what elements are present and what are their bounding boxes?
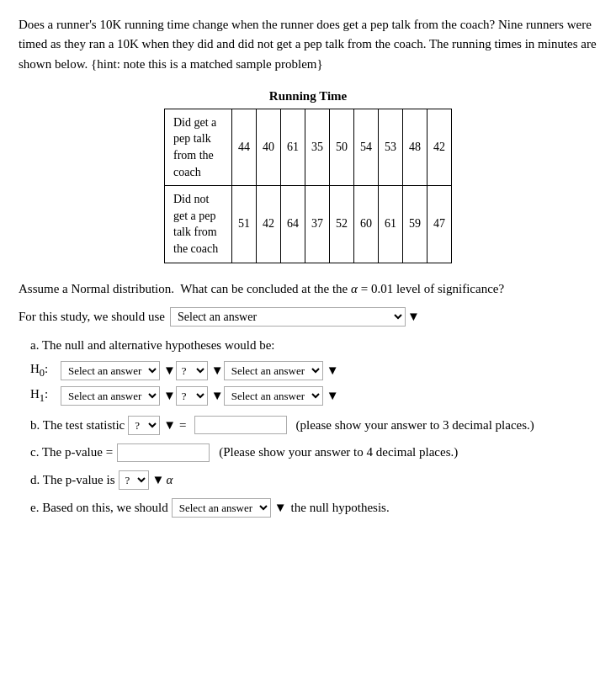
b-stat-select[interactable]: ? t z F χ²	[128, 416, 160, 435]
e-row: e. Based on this, we should Select an an…	[30, 496, 597, 520]
answers-section: b. The test statistic ? t z F χ² ▼ = (pl…	[19, 414, 597, 520]
h1-select2[interactable]: Select an answer 0 μd μ1 μ2	[224, 386, 323, 406]
h1-label: H1:	[30, 387, 57, 405]
row2-val-4: 37	[305, 186, 330, 263]
h1-select1[interactable]: Select an answer μd μ1 μ2 p	[61, 386, 160, 406]
d-compare-arrow: ▼	[152, 469, 165, 492]
c-label: c. The p-value =	[30, 441, 113, 465]
row1-val-8: 48	[403, 109, 427, 185]
c-note: (Please show your answer to 4 decimal pl…	[219, 441, 458, 465]
table-section: Running Time Did get a pep talk from the…	[19, 89, 597, 263]
row2-val-6: 60	[354, 186, 379, 263]
row2-val-1: 51	[232, 186, 257, 263]
h0-select1-arrow: ▼	[163, 364, 176, 378]
study-row: For this study, we should use Select an …	[19, 307, 597, 327]
row1-label: Did get a pep talk from the coach	[165, 109, 232, 185]
h0-row: H0: Select an answer μd μ1 μ2 p ▼ ? = ≠ …	[30, 361, 597, 380]
row1-val-9: 42	[427, 109, 452, 185]
d-label: d. The p-value is	[30, 469, 115, 492]
row2-label: Did not get a pep talk from the coach	[165, 186, 232, 263]
e-select-arrow: ▼	[274, 496, 287, 520]
hypotheses-title: a. The null and alternative hypotheses w…	[30, 338, 597, 353]
table-row-2: Did not get a pep talk from the coach 51…	[165, 186, 452, 263]
h1-q-select[interactable]: ? = ≠ < > ≤ ≥	[176, 386, 208, 406]
study-select[interactable]: Select an answer paired samples t-test i…	[170, 307, 406, 327]
h0-q-arrow: ▼	[211, 364, 224, 378]
d-compare-select[interactable]: ? < > = ≤ ≥	[119, 470, 149, 490]
c-value-input[interactable]	[117, 443, 210, 462]
row2-val-9: 47	[427, 186, 452, 263]
study-label: For this study, we should use	[19, 310, 165, 324]
row1-val-4: 35	[305, 109, 330, 185]
e-label: e. Based on this, we should	[30, 496, 168, 520]
row2-val-8: 59	[403, 186, 427, 263]
h1-select1-arrow: ▼	[163, 389, 176, 403]
hypotheses-section: a. The null and alternative hypotheses w…	[19, 338, 597, 406]
row2-val-3: 64	[281, 186, 305, 263]
d-alpha: α	[166, 469, 173, 492]
d-row: d. The p-value is ? < > = ≤ ≥ ▼ α	[30, 469, 597, 492]
b-note: (please show your answer to 3 decimal pl…	[296, 414, 534, 438]
h1-select2-arrow: ▼	[327, 389, 339, 403]
row2-val-7: 61	[379, 186, 403, 263]
h1-row: H1: Select an answer μd μ1 μ2 p ▼ ? = ≠ …	[30, 386, 597, 406]
row1-val-1: 44	[232, 109, 257, 185]
row2-val-5: 52	[330, 186, 354, 263]
b-label: b. The test statistic	[30, 414, 125, 438]
study-arrow: ▼	[407, 310, 420, 324]
row1-val-5: 50	[330, 109, 354, 185]
data-table: Did get a pep talk from the coach 44 40 …	[164, 109, 452, 263]
h0-select1[interactable]: Select an answer μd μ1 μ2 p	[61, 361, 160, 380]
h0-label: H0:	[30, 362, 57, 380]
h1-q-arrow: ▼	[211, 389, 224, 403]
row1-val-6: 54	[354, 109, 379, 185]
b-equals: =	[179, 414, 186, 438]
table-title: Running Time	[269, 89, 347, 104]
h0-q-select[interactable]: ? = ≠ < > ≤ ≥	[176, 361, 208, 380]
intro-text: Does a runner's 10K running time change …	[19, 15, 597, 74]
h0-select2-arrow: ▼	[327, 364, 339, 378]
significance-text: Assume a Normal distribution. What can b…	[19, 279, 597, 299]
h0-select2[interactable]: Select an answer 0 μd μ1 μ2	[224, 361, 323, 380]
e-tail: the null hypothesis.	[291, 496, 390, 520]
e-conclusion-select[interactable]: Select an answer reject fail to reject a…	[172, 498, 271, 518]
row2-val-2: 42	[257, 186, 281, 263]
b-value-input[interactable]	[194, 416, 287, 434]
c-row: c. The p-value = (Please show your answe…	[30, 441, 597, 465]
table-row-1: Did get a pep talk from the coach 44 40 …	[165, 109, 452, 185]
row1-val-2: 40	[257, 109, 281, 185]
b-row: b. The test statistic ? t z F χ² ▼ = (pl…	[30, 414, 597, 438]
b-stat-arrow: ▼	[163, 414, 176, 438]
row1-val-3: 61	[281, 109, 305, 185]
row1-val-7: 53	[379, 109, 403, 185]
